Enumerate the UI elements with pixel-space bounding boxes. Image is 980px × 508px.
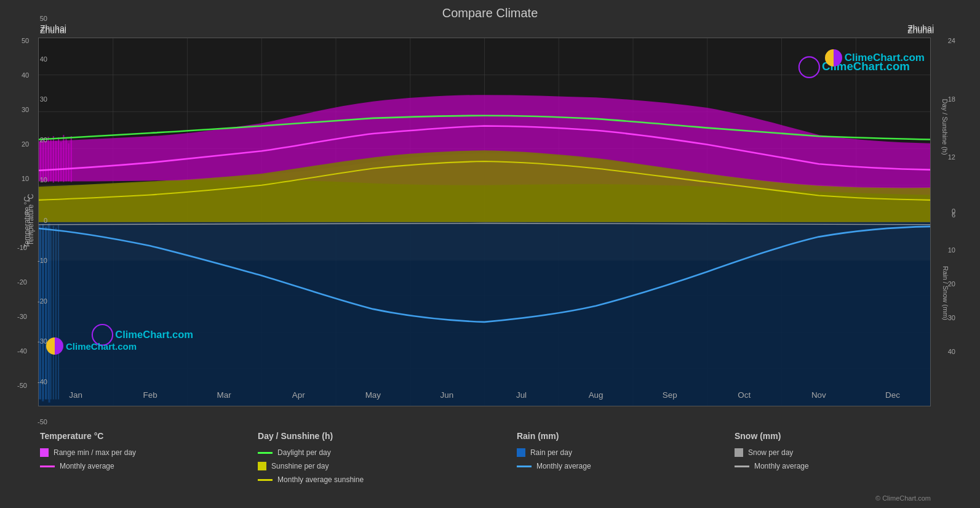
y-tick-50: 50	[40, 15, 47, 22]
y-tick-neg10: -10	[38, 257, 47, 264]
rain-avg-line	[517, 466, 532, 467]
svg-text:Oct: Oct	[738, 390, 751, 400]
svg-text:Dec: Dec	[885, 390, 900, 400]
snow-swatch	[735, 448, 743, 457]
legend-item-rain-avg: Monthly average	[517, 462, 722, 470]
svg-rect-67	[58, 137, 59, 182]
legend-item-rain-bar: Rain per day	[517, 448, 722, 457]
svg-rect-70	[65, 139, 66, 181]
legend-section-snow: Snow (mm) Snow per day Monthly average	[735, 431, 940, 499]
legend-title-rain: Rain (mm)	[517, 431, 722, 441]
temp-avg-line	[40, 466, 55, 467]
y-tick-10: 10	[40, 176, 47, 183]
y-tick-40: 40	[40, 55, 47, 63]
legend-label-rain-bar: Rain per day	[530, 448, 572, 457]
y-tick-0: 0	[44, 217, 47, 224]
chart-title: Compare Climate	[0, 6, 980, 20]
legend-label-snow-bar: Snow per day	[748, 448, 793, 457]
y-tick-neg40: -40	[38, 378, 47, 385]
svg-text:Mar: Mar	[217, 390, 232, 400]
legend-item-temp-avg: Monthly average	[40, 462, 245, 470]
legend-label-temp-range: Range min / max per day	[54, 448, 136, 457]
main-container: Compare Climate Zhuhai Zhuhai Temperatur…	[0, 0, 980, 508]
svg-text:ClimeChart.com: ClimeChart.com	[822, 60, 910, 73]
legend-label-rain-avg: Monthly average	[536, 462, 591, 470]
y-tick-20: 20	[40, 136, 47, 143]
legend-item-snow-avg: Monthly average	[735, 462, 940, 470]
legend-item-sunshine-avg: Monthly average sunshine	[258, 475, 504, 484]
legend-section-sunshine: Day / Sunshine (h) Daylight per day Suns…	[258, 431, 504, 499]
y-tick-neg50: -50	[38, 418, 47, 425]
svg-text:Jul: Jul	[516, 390, 527, 400]
chart-inner: Jan Feb Mar Apr May Jun Jul Aug Sep Oct …	[38, 38, 931, 406]
location-label-right: Zhuhai	[907, 25, 934, 35]
sunshine-swatch	[258, 462, 266, 470]
svg-rect-65	[53, 136, 54, 182]
y-tick-neg30: -30	[38, 337, 47, 345]
svg-rect-66	[55, 141, 57, 182]
svg-rect-69	[63, 135, 64, 182]
y-tick-neg20: -20	[38, 297, 47, 305]
legend-item-snow-bar: Snow per day	[735, 448, 940, 457]
svg-rect-71	[68, 143, 70, 182]
svg-text:May: May	[365, 390, 381, 400]
legend-item-sunshine-bar: Sunshine per day	[258, 462, 504, 470]
snow-avg-line	[735, 466, 749, 467]
svg-text:Sep: Sep	[663, 390, 677, 400]
legend-label-temp-avg: Monthly average	[60, 462, 114, 470]
svg-rect-68	[60, 142, 62, 182]
legend-section-rain: Rain (mm) Rain per day Monthly average	[517, 431, 722, 499]
legend-label-daylight: Daylight per day	[277, 448, 331, 457]
legend-item-temp-range: Range min / max per day	[40, 448, 245, 457]
daylight-line	[258, 452, 273, 454]
legend-title-sunshine: Day / Sunshine (h)	[258, 431, 504, 441]
legend-item-daylight: Daylight per day	[258, 448, 504, 457]
legend-title-temp: Temperature °C	[40, 431, 245, 441]
svg-text:Jun: Jun	[440, 390, 454, 400]
svg-text:Nov: Nov	[811, 390, 826, 400]
rain-swatch	[517, 448, 525, 457]
y-tick-30: 30	[40, 95, 47, 103]
copyright: © ClimeChart.com	[875, 494, 931, 502]
y-axis-left: 50 40 30 20 10 0 -10 -20 -30 -40 -50	[12, 18, 50, 422]
svg-text:ClimeChart.com: ClimeChart.com	[115, 329, 193, 341]
chart-svg: Jan Feb Mar Apr May Jun Jul Aug Sep Oct …	[39, 38, 930, 406]
legend-label-snow-avg: Monthly average	[754, 462, 809, 470]
svg-text:Feb: Feb	[143, 390, 157, 400]
legend-title-snow: Snow (mm)	[735, 431, 940, 441]
svg-rect-81	[39, 222, 930, 261]
temp-range-swatch	[40, 448, 49, 457]
legend-section-temp: Temperature °C Range min / max per day M…	[40, 431, 245, 499]
legend-label-sunshine-avg: Monthly average sunshine	[277, 475, 364, 484]
legend-area: Temperature °C Range min / max per day M…	[0, 422, 980, 508]
sunshine-avg-line	[258, 479, 273, 481]
svg-text:Apr: Apr	[292, 390, 305, 400]
svg-rect-72	[71, 136, 72, 182]
legend-label-sunshine-bar: Sunshine per day	[271, 462, 329, 470]
svg-text:Aug: Aug	[589, 390, 604, 400]
svg-text:Jan: Jan	[69, 390, 82, 400]
